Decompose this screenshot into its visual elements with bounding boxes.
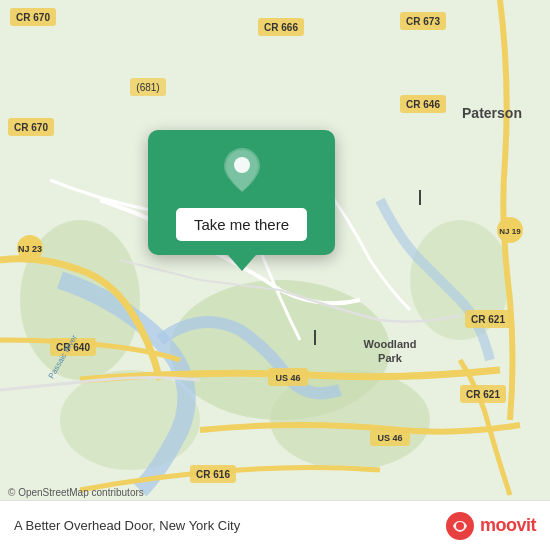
svg-text:CR 673: CR 673: [406, 16, 440, 27]
svg-text:US 46: US 46: [377, 433, 402, 443]
moovit-logo: moovit: [446, 512, 536, 540]
svg-text:US 46: US 46: [275, 373, 300, 383]
location-label: A Better Overhead Door, New York City: [14, 518, 240, 533]
take-me-there-button[interactable]: Take me there: [176, 208, 307, 241]
popup-arrow: [228, 255, 256, 271]
popup-box: Take me there: [148, 130, 335, 255]
svg-point-42: [456, 522, 464, 530]
location-pin-icon: [224, 148, 260, 196]
svg-text:CR 670: CR 670: [14, 122, 48, 133]
svg-text:(681): (681): [136, 82, 159, 93]
svg-text:CR 621: CR 621: [471, 314, 505, 325]
svg-text:Paterson: Paterson: [462, 105, 522, 121]
svg-text:Woodland: Woodland: [364, 338, 417, 350]
svg-text:CR 616: CR 616: [196, 469, 230, 480]
svg-text:NJ 23: NJ 23: [18, 244, 42, 254]
osm-credit: © OpenStreetMap contributors: [8, 487, 144, 498]
moovit-icon: [446, 512, 474, 540]
svg-text:CR 666: CR 666: [264, 22, 298, 33]
svg-text:CR 621: CR 621: [466, 389, 500, 400]
svg-text:CR 670: CR 670: [16, 12, 50, 23]
popup-container: Take me there: [148, 130, 335, 271]
map-container: CR 670 CR 673 CR 666 CR 646 NJ 23 CR 670…: [0, 0, 550, 500]
footer-bar: A Better Overhead Door, New York City mo…: [0, 500, 550, 550]
svg-text:CR 646: CR 646: [406, 99, 440, 110]
svg-text:Park: Park: [378, 352, 403, 364]
svg-text:NJ 19: NJ 19: [499, 227, 521, 236]
moovit-label: moovit: [480, 515, 536, 536]
svg-point-40: [234, 157, 250, 173]
